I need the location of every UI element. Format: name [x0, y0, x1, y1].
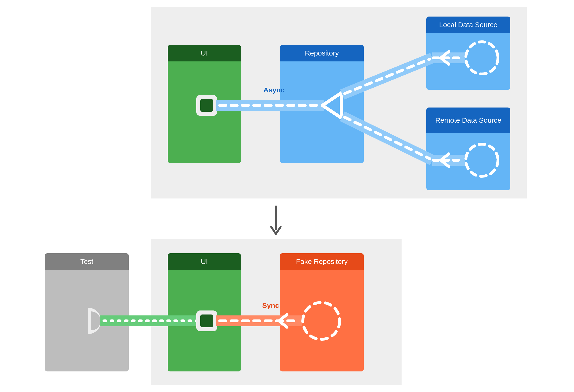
- remote-data-source-box: Remote Data Source: [426, 107, 510, 190]
- ui-header-top: UI: [168, 45, 241, 62]
- ui-box-top: UI: [168, 45, 241, 163]
- fake-repository-header: Fake Repository: [280, 253, 364, 270]
- fake-repository-box: Fake Repository: [280, 253, 364, 371]
- ui-box-bottom: UI: [168, 253, 241, 371]
- remote-data-source-header: Remote Data Source: [426, 107, 510, 133]
- repository-box: Repository: [280, 45, 364, 163]
- test-header: Test: [45, 253, 129, 270]
- async-label: Async: [263, 86, 285, 94]
- local-data-source-box: Local Data Source: [426, 17, 510, 90]
- transform-arrow: [271, 206, 281, 234]
- test-box: Test: [45, 253, 129, 371]
- ui-header-bottom: UI: [168, 253, 241, 270]
- top-panel: UI Repository Local Data Source Remote D…: [151, 7, 527, 199]
- sync-label: Sync: [262, 302, 279, 309]
- bottom-panel: UI Fake Repository: [151, 239, 402, 385]
- local-data-source-header: Local Data Source: [426, 17, 510, 33]
- repository-header: Repository: [280, 45, 364, 62]
